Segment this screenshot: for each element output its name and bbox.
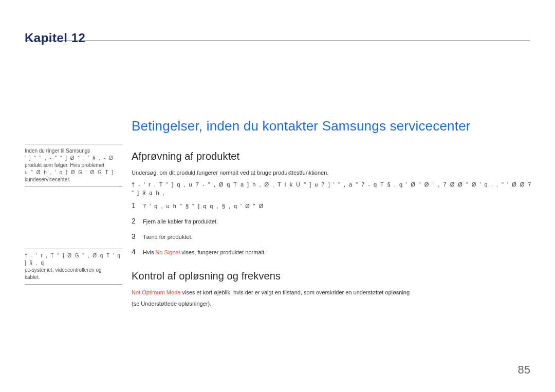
chapter-header: Kapitel 12 xyxy=(25,31,530,41)
sidebar-text: u " Ø h , ' q ] Ø G ' Ø G T ] xyxy=(25,169,122,176)
not-optimum-label: Not Optimum Mode xyxy=(132,289,180,295)
step-number: 3 xyxy=(132,232,143,240)
step-number: 1 xyxy=(132,201,143,210)
sidebar: Inden du ringer til Samsungs ' ] " " , -… xyxy=(25,144,122,285)
step-number: 2 xyxy=(132,217,143,225)
section-heading-resolution: Kontrol af opløsning og frekvens xyxy=(132,270,538,282)
section-text: † - ' r , T " ] q , u 7 - " , Ø q T a ] … xyxy=(132,180,538,197)
sidebar-text: ' ] " " , - " " ] Ø " , ' § , - Ø xyxy=(25,155,122,162)
step-text: 7 ' q , u h " § " ] q q , § , q ' Ø " Ø xyxy=(143,203,264,209)
sidebar-text: kundeservicecenter. xyxy=(25,176,122,183)
chapter-title: Kapitel 12 xyxy=(25,31,85,45)
step-text: Hvis No Signal vises, fungerer produktet… xyxy=(143,249,266,255)
page-number: 85 xyxy=(518,363,530,377)
sidebar-text: pc-systemet, videocontrolleren og xyxy=(25,267,122,274)
sidebar-note-2: † - ' r , T " ] Ø G " , Ø q T ' q ] § , … xyxy=(25,249,122,285)
step-number: 4 xyxy=(132,248,143,256)
step-list: 1 7 ' q , u h " § " ] q q , § , q ' Ø " … xyxy=(132,201,538,256)
step-text: Fjern alle kabler fra produktet. xyxy=(143,218,218,225)
step-text: Tænd for produktet. xyxy=(143,234,193,240)
sidebar-text: kablet. xyxy=(25,274,122,281)
section-text-rest: vises et kort øjeblik, hvis der er valgt… xyxy=(180,289,410,295)
section-text: Not Optimum Mode vises et kort øjeblik, … xyxy=(132,288,538,297)
sidebar-text: Inden du ringer til Samsungs xyxy=(25,147,122,155)
sidebar-text: produkt som følger. Hvis problemet xyxy=(25,162,122,169)
step-1: 1 7 ' q , u h " § " ] q q , § , q ' Ø " … xyxy=(132,201,538,210)
section-heading-testing: Afprøvning af produktet xyxy=(132,151,538,162)
section-text: (se Understøttede opløsninger). xyxy=(132,300,538,308)
main-content: Betingelser, inden du kontakter Samsungs… xyxy=(132,118,538,311)
section-text: Undersøg, om dit produkt fungerer normal… xyxy=(132,169,538,177)
no-signal-label: No Signal xyxy=(155,249,180,255)
step-text-suffix: vises, fungerer produktet normalt. xyxy=(180,249,266,255)
step-text-prefix: Hvis xyxy=(143,249,155,255)
step-3: 3 Tænd for produktet. xyxy=(132,232,538,240)
sidebar-note-1: Inden du ringer til Samsungs ' ] " " , -… xyxy=(25,144,122,187)
sidebar-text: † - ' r , T " ] Ø G " , Ø q T ' q ] § , … xyxy=(25,252,122,267)
main-heading: Betingelser, inden du kontakter Samsungs… xyxy=(132,118,538,134)
step-2: 2 Fjern alle kabler fra produktet. xyxy=(132,217,538,225)
step-4: 4 Hvis No Signal vises, fungerer produkt… xyxy=(132,248,538,256)
